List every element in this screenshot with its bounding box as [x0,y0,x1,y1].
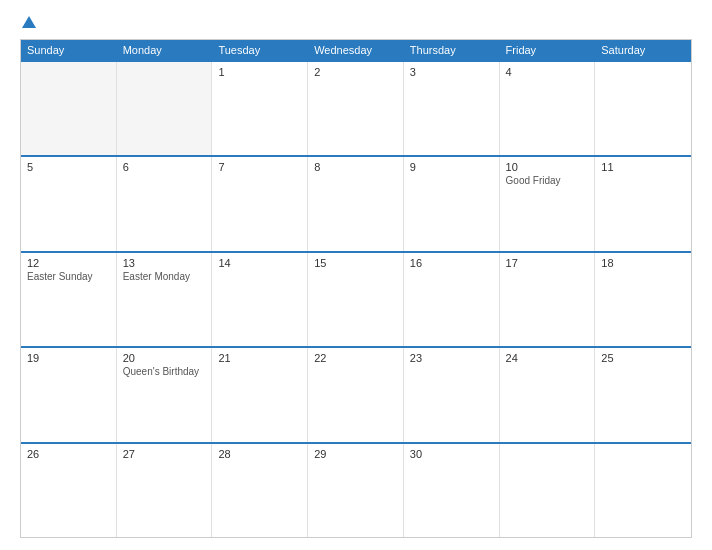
day-number: 26 [27,448,110,460]
day-cell: 13Easter Monday [117,253,213,346]
day-cell: 22 [308,348,404,441]
day-cell: 29 [308,444,404,537]
day-cell [117,62,213,155]
day-header: Saturday [595,40,691,60]
day-cell: 4 [500,62,596,155]
day-number: 21 [218,352,301,364]
day-cell: 18 [595,253,691,346]
week-row: 1234 [21,60,691,155]
day-number: 23 [410,352,493,364]
day-cell: 19 [21,348,117,441]
holiday-name: Good Friday [506,175,589,186]
day-cell [21,62,117,155]
day-cell: 10Good Friday [500,157,596,250]
day-cell: 5 [21,157,117,250]
day-header: Thursday [404,40,500,60]
day-number: 7 [218,161,301,173]
day-cell: 20Queen's Birthday [117,348,213,441]
day-cell: 21 [212,348,308,441]
weeks: 12345678910Good Friday1112Easter Sunday1… [21,60,691,537]
day-number: 11 [601,161,685,173]
day-cell: 2 [308,62,404,155]
day-cell: 17 [500,253,596,346]
holiday-name: Easter Sunday [27,271,110,282]
day-cell: 23 [404,348,500,441]
day-number: 9 [410,161,493,173]
day-number: 12 [27,257,110,269]
calendar-page: SundayMondayTuesdayWednesdayThursdayFrid… [0,0,712,550]
day-number: 24 [506,352,589,364]
day-cell: 30 [404,444,500,537]
day-number: 6 [123,161,206,173]
week-row: 12Easter Sunday13Easter Monday1415161718 [21,251,691,346]
calendar: SundayMondayTuesdayWednesdayThursdayFrid… [20,39,692,538]
holiday-name: Easter Monday [123,271,206,282]
day-number: 3 [410,66,493,78]
day-cell: 28 [212,444,308,537]
day-cell: 27 [117,444,213,537]
day-cell: 1 [212,62,308,155]
day-number: 14 [218,257,301,269]
day-cell: 9 [404,157,500,250]
week-row: 5678910Good Friday11 [21,155,691,250]
day-number: 30 [410,448,493,460]
day-cell: 7 [212,157,308,250]
day-number: 5 [27,161,110,173]
day-number: 17 [506,257,589,269]
holiday-name: Queen's Birthday [123,366,206,377]
day-number: 2 [314,66,397,78]
day-headers: SundayMondayTuesdayWednesdayThursdayFrid… [21,40,691,60]
day-number: 8 [314,161,397,173]
day-cell: 12Easter Sunday [21,253,117,346]
day-header: Wednesday [308,40,404,60]
day-header: Sunday [21,40,117,60]
day-cell: 11 [595,157,691,250]
day-number: 4 [506,66,589,78]
day-number: 28 [218,448,301,460]
day-number: 29 [314,448,397,460]
day-cell: 14 [212,253,308,346]
logo [20,16,36,29]
day-cell [595,62,691,155]
day-cell: 25 [595,348,691,441]
logo-triangle-icon [22,16,36,28]
day-number: 13 [123,257,206,269]
day-number: 18 [601,257,685,269]
day-cell [500,444,596,537]
day-number: 1 [218,66,301,78]
day-cell: 6 [117,157,213,250]
day-cell: 26 [21,444,117,537]
day-header: Tuesday [212,40,308,60]
day-number: 20 [123,352,206,364]
day-cell: 15 [308,253,404,346]
day-number: 10 [506,161,589,173]
day-number: 16 [410,257,493,269]
header [20,16,692,29]
week-row: 2627282930 [21,442,691,537]
day-number: 15 [314,257,397,269]
day-cell [595,444,691,537]
week-row: 1920Queen's Birthday2122232425 [21,346,691,441]
day-cell: 3 [404,62,500,155]
day-number: 25 [601,352,685,364]
day-cell: 8 [308,157,404,250]
day-header: Friday [500,40,596,60]
day-number: 27 [123,448,206,460]
day-cell: 16 [404,253,500,346]
day-number: 19 [27,352,110,364]
day-header: Monday [117,40,213,60]
day-number: 22 [314,352,397,364]
day-cell: 24 [500,348,596,441]
